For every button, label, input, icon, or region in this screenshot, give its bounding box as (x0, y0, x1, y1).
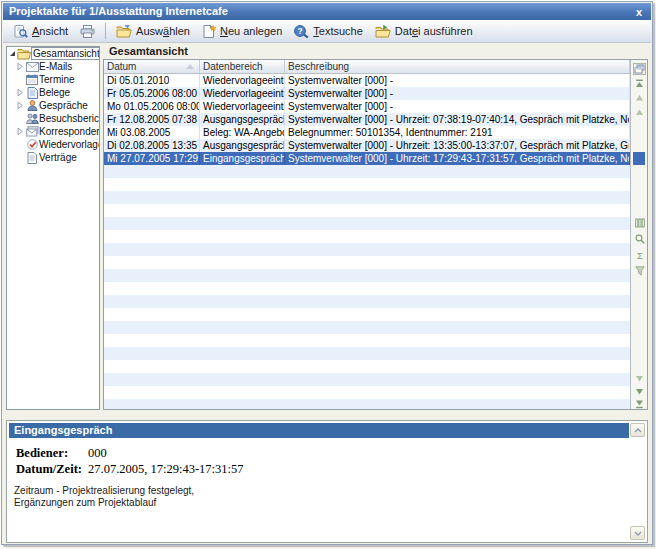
grid-table: DatumDatenbereichBeschreibung Di 05.01.2… (104, 60, 630, 409)
table-row[interactable]: Fr 05.05.2006 08:00WiedervorlageeintragS… (104, 87, 630, 100)
table-cell (200, 269, 285, 282)
scroll-first-icon[interactable] (631, 77, 648, 90)
table-cell (285, 295, 630, 308)
selected-row-indicator[interactable] (633, 152, 645, 165)
auswaehlen-button[interactable]: Auswählen (110, 22, 196, 41)
tree-item-korrespondenzen[interactable]: Korrespondenzen (7, 125, 99, 138)
tree-item-e-mails[interactable]: E-Mails (7, 60, 99, 73)
table-cell (200, 243, 285, 256)
table-cell: Eingangsgespräch (200, 152, 285, 165)
textsuche-button[interactable]: ?Textsuche (288, 22, 369, 41)
table-cell (200, 334, 285, 347)
table-cell: Belegnummer: 50101354, Identnummer: 2191 (285, 126, 630, 139)
tree-item-besuchsberichte[interactable]: Besuchsberichte (7, 112, 99, 125)
tree-item-label: Belege (39, 87, 70, 98)
table-cell (200, 256, 285, 269)
table-cell (104, 217, 200, 230)
detail-field-label: Bediener: (16, 446, 88, 461)
column-header-label: Datum (107, 60, 136, 73)
table-cell: Wiedervorlageeintrag (200, 87, 285, 100)
search-icon[interactable] (631, 232, 648, 245)
drucken-button[interactable] (74, 22, 101, 41)
detail-field-label: Datum/Zeit: (16, 462, 88, 477)
calendar-icon (25, 74, 39, 85)
table-cell (285, 256, 630, 269)
svg-text:?: ? (298, 26, 303, 36)
tree-item-gespr-che[interactable]: Gespräche (7, 99, 99, 112)
table-cell (285, 347, 630, 360)
table-row-empty (104, 347, 630, 360)
sum-icon[interactable]: Σ (631, 248, 648, 261)
person-icon (25, 100, 39, 111)
columns-icon[interactable] (631, 216, 648, 229)
tree-item-label: Besuchsberichte (39, 113, 100, 124)
table-row[interactable]: Fr 12.08.2005 07:38AusgangsgesprächSyste… (104, 113, 630, 126)
table-cell: Ausgangsgespräch (200, 113, 285, 126)
title-bar: Projektakte für 1/Ausstattung Internetca… (3, 3, 651, 20)
tree-collapsed-icon[interactable] (15, 127, 25, 136)
scroll-down-icon[interactable] (630, 526, 645, 540)
close-icon[interactable]: x (633, 5, 645, 19)
datei-ausfuehren-button[interactable]: Datei ausführen (369, 22, 479, 41)
table-row[interactable]: Mi 03.08.2005Beleg: WA-Angebot (alle Bel… (104, 126, 630, 139)
scroll-next-page-icon[interactable] (631, 385, 648, 398)
table-cell: Mo 01.05.2006 08:00 (104, 100, 200, 113)
table-cell (200, 373, 285, 386)
table-row[interactable]: Mo 01.05.2006 08:00WiedervorlageeintragS… (104, 100, 630, 113)
tree-item-vertr-ge[interactable]: Verträge (7, 151, 99, 164)
table-cell (200, 308, 285, 321)
column-header-beschreibung[interactable]: Beschreibung (285, 60, 630, 73)
tree-collapsed-icon[interactable] (15, 62, 25, 71)
neu-anlegen-button[interactable]: Neu anlegen (196, 22, 288, 41)
filter-icon[interactable] (631, 264, 648, 277)
table-cell (200, 191, 285, 204)
grid-side-strip: Σ (630, 60, 647, 409)
detail-title: Eingangsgespräch (9, 423, 629, 438)
folder-root-icon (17, 48, 31, 60)
run-file-icon (375, 25, 391, 38)
table-cell (104, 165, 200, 178)
table-cell: Systemverwalter [000] - Uhrzeit: 07:38:1… (285, 113, 630, 126)
table-cell: Mi 03.08.2005 (104, 126, 200, 139)
table-cell: Systemverwalter [000] - (285, 87, 630, 100)
scroll-prev-icon[interactable] (631, 105, 648, 118)
toolbar-button-label: Textsuche (313, 25, 363, 37)
table-row-empty (104, 399, 630, 409)
tree-item-belege[interactable]: Belege (7, 86, 99, 99)
tree-expanded-icon[interactable] (7, 51, 17, 56)
detail-scrollbar[interactable] (630, 423, 645, 540)
table-row-empty (104, 165, 630, 178)
table-cell (200, 295, 285, 308)
detail-field: Datum/Zeit:27.07.2005, 17:29:43-17:31:57 (16, 462, 244, 477)
toolbar: AnsichtAuswählenNeu anlegen?TextsucheDat… (3, 20, 651, 43)
table-cell (104, 204, 200, 217)
table-row[interactable]: Di 02.08.2005 13:35AusgangsgesprächSyste… (104, 139, 630, 152)
check-clock-icon (25, 139, 39, 150)
ansicht-button[interactable]: Ansicht (8, 22, 74, 41)
tree-root-gesamtansicht[interactable]: Gesamtansicht (7, 47, 99, 60)
scroll-last-icon[interactable] (631, 398, 648, 410)
table-cell (200, 217, 285, 230)
table-cell (285, 204, 630, 217)
tree-item-termine[interactable]: Termine (7, 73, 99, 86)
grid-body: Di 05.01.2010WiedervorlageeintragSystemv… (104, 74, 630, 409)
table-cell (104, 399, 200, 409)
tree-collapsed-icon[interactable] (15, 101, 25, 110)
column-header-datum[interactable]: Datum (104, 60, 200, 73)
printer-icon (80, 25, 95, 38)
toolbar-button-label: Neu anlegen (220, 25, 282, 37)
table-cell: Systemverwalter [000] - (285, 100, 630, 113)
detail-field-value: 000 (88, 446, 107, 460)
scroll-next-icon[interactable] (631, 372, 648, 385)
mail-stack-icon (25, 126, 39, 137)
window-icon[interactable] (631, 61, 648, 76)
tree-collapsed-icon[interactable] (15, 88, 25, 97)
scroll-up-icon[interactable] (630, 423, 645, 437)
table-cell (104, 373, 200, 386)
tree-item-wiedervorlagen[interactable]: Wiedervorlagen (7, 138, 99, 151)
table-row[interactable]: Di 05.01.2010WiedervorlageeintragSystemv… (104, 74, 630, 87)
table-cell (104, 334, 200, 347)
scroll-prev-page-icon[interactable] (631, 91, 648, 104)
column-header-datenbereich[interactable]: Datenbereich (200, 60, 285, 73)
table-row[interactable]: Mi 27.07.2005 17:29EingangsgesprächSyste… (104, 152, 630, 165)
